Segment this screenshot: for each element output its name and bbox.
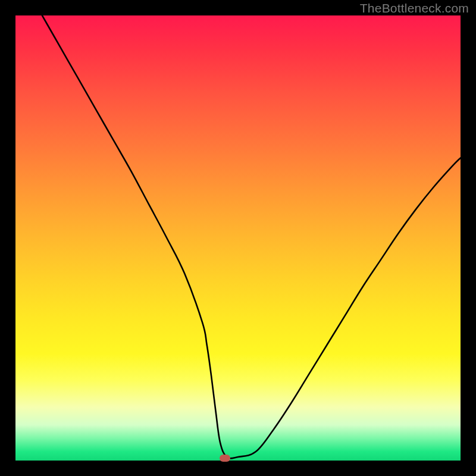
chart-container: TheBottleneck.com bbox=[0, 0, 476, 476]
watermark-text: TheBottleneck.com bbox=[360, 1, 469, 15]
plot-area bbox=[15, 15, 461, 461]
bottleneck-curve bbox=[15, 15, 461, 461]
optimum-marker bbox=[220, 455, 230, 462]
